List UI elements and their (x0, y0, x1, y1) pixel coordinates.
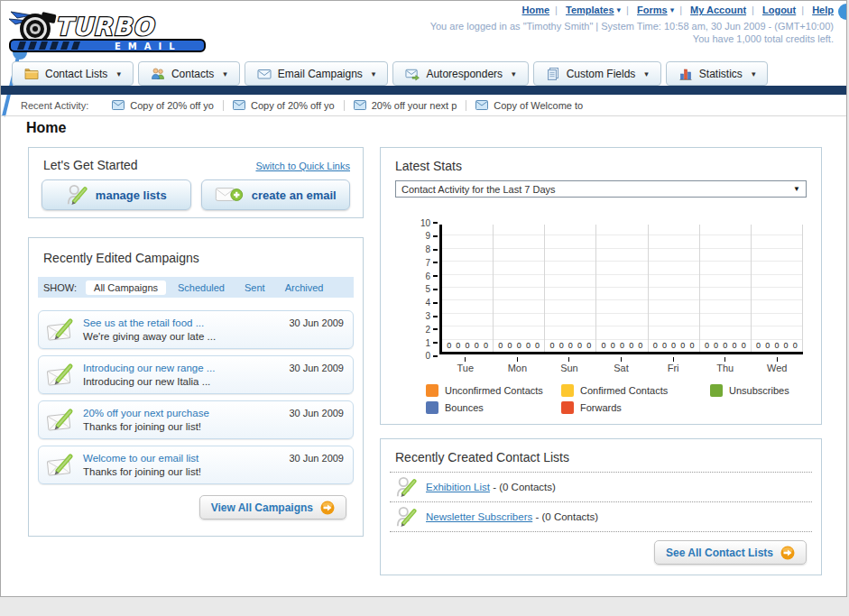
chart-value-label: 0 (723, 341, 727, 350)
arrow-circle-icon (320, 501, 335, 515)
envelope-icon (257, 67, 272, 81)
campaign-filter-tab[interactable]: All Campaigns (86, 280, 166, 295)
chart-y-tick-label: 2 (425, 325, 430, 335)
get-started-title: Let's Get Started (43, 158, 138, 172)
contact-list-item[interactable]: Newsletter Subscribers - (0 Contacts) (390, 501, 812, 532)
latest-stats-title: Latest Stats (395, 159, 807, 173)
campaign-list-item[interactable]: Welcome to our email list Thanks for joi… (38, 446, 354, 484)
campaign-date: 30 Jun 2009 (289, 363, 344, 373)
campaign-title-link[interactable]: Introducing our new range ... (83, 362, 281, 374)
nav-tab-label: Autoresponders (426, 68, 503, 80)
chart-x-tick-label: Sun (560, 363, 578, 373)
campaign-title-link[interactable]: 20% off your next purchase (83, 407, 281, 419)
manage-lists-button[interactable]: manage lists (42, 179, 191, 210)
view-all-campaigns-button[interactable]: View All Campaigns (199, 495, 346, 519)
campaign-list: See us at the retail food ... We're givi… (38, 310, 354, 484)
legend-swatch (561, 401, 574, 414)
nav-link-help[interactable]: Help (812, 5, 834, 15)
chart-y-tick-label: 6 (425, 271, 430, 281)
campaign-filter-tab[interactable]: Scheduled (170, 280, 233, 295)
tab-contacts[interactable]: Contacts ▾ (138, 61, 240, 86)
recent-activity-item-label: Copy of 20% off yo (130, 100, 214, 111)
recent-activity-item[interactable]: Copy of 20% off yo (224, 100, 345, 111)
recent-activity-list: Copy of 20% off yo Copy of 20% off yo 20… (103, 100, 592, 111)
campaign-list-item[interactable]: 20% off your next purchase Thanks for jo… (38, 400, 354, 439)
nav-link-forms[interactable]: Forms (637, 5, 668, 15)
logo-title: TURBO (55, 13, 156, 41)
help-bubble-icon[interactable] (838, 4, 847, 20)
chart-y-tick: 1 (408, 338, 438, 347)
nav-link-logout[interactable]: Logout (762, 5, 796, 15)
campaign-list-item[interactable]: See us at the retail food ... We're givi… (38, 310, 354, 349)
tab-custom-fields[interactable]: Custom Fields ▾ (533, 61, 661, 86)
contact-list-item[interactable]: Exhibition List - (0 Contacts) (390, 472, 812, 501)
campaign-list-item[interactable]: Introducing our new range ... Introducin… (38, 355, 354, 394)
campaign-title-link[interactable]: See us at the retail food ... (83, 317, 281, 329)
top-nav-item: Home (522, 5, 563, 15)
view-all-campaigns-label: View All Campaigns (211, 501, 313, 514)
nav-tab-label: Custom Fields (567, 68, 636, 80)
chart-value-label: 0 (653, 341, 658, 350)
see-all-contact-lists-button[interactable]: See All Contact Lists (654, 540, 807, 565)
chart-y-tick: 0 (408, 352, 438, 361)
recent-activity-item[interactable]: 20% off your next p (345, 100, 467, 111)
chart-x-tick: Tue (439, 357, 492, 373)
tick-mark (433, 316, 438, 317)
campaign-filter-tab[interactable]: Sent (236, 280, 273, 295)
chart-value-label: 0 (484, 341, 488, 350)
contact-list-name-link[interactable]: Newsletter Subscribers (426, 511, 532, 522)
tab-email-campaigns[interactable]: Email Campaigns ▾ (245, 61, 389, 86)
chart-value-label: 0 (689, 341, 694, 350)
nav-tabs: Contact Lists ▾ Contacts ▾ Email Campaig… (12, 61, 768, 86)
chart-value-label: 0 (456, 341, 460, 350)
tab-autoresponders[interactable]: Autoresponders ▾ (392, 61, 528, 86)
campaigns-panel: Recently Edited Campaigns SHOW: All Camp… (28, 237, 364, 537)
chart-x-tick: Sat (595, 357, 648, 373)
chart-value-label: 0 (447, 341, 451, 350)
tick-mark (433, 342, 438, 344)
top-nav-item: Forms▾ (637, 5, 688, 15)
recent-activity-item[interactable]: Copy of 20% off yo (103, 100, 224, 111)
campaign-filter-tab[interactable]: Archived (277, 280, 332, 295)
nav-link-templates[interactable]: Templates (566, 5, 614, 15)
tab-contact-lists[interactable]: Contact Lists ▾ (12, 61, 134, 86)
legend-item: Confirmed Contacts (561, 384, 710, 397)
chart-day-column: 00000 (442, 225, 494, 352)
nav-link-my-account[interactable]: My Account (690, 5, 746, 15)
tab-statistics[interactable]: Statistics ▾ (666, 61, 769, 86)
contact-list-items: Exhibition List - (0 Contacts) Newslette… (390, 472, 812, 532)
legend-item: Bounces (426, 401, 561, 414)
switch-quick-links-link[interactable]: Switch to Quick Links (255, 161, 350, 171)
contact-list-count: - (0 Contacts) (535, 511, 598, 522)
envelope-icon (475, 100, 488, 110)
campaign-subtitle: We're giving away our late ... (83, 331, 216, 342)
chart-day-column: 00000 (545, 225, 596, 352)
legend-label: Unsubscribes (729, 385, 789, 396)
chart-y-tick: 5 (408, 285, 438, 294)
contact-list-name-link[interactable]: Exhibition List (426, 482, 490, 492)
chart-x-tick: Sun (543, 357, 595, 373)
login-info: You are logged in as "Timothy Smith" | S… (430, 20, 834, 45)
chart-y-tick-label: 3 (425, 311, 430, 321)
top-nav-item: My Account (690, 5, 760, 15)
chevron-down-icon: ▾ (644, 69, 649, 78)
nav-tab-label: Contact Lists (45, 68, 107, 80)
nav-link-home[interactable]: Home (522, 5, 550, 15)
chart-x-tick-label: Mon (508, 363, 527, 373)
chart-value-label: 0 (586, 341, 591, 350)
campaign-title-link[interactable]: Welcome to our email list (83, 452, 281, 464)
chart-y-tick-label: 4 (425, 298, 430, 308)
chart-value-label: 0 (475, 341, 479, 350)
arrow-circle-icon (780, 546, 795, 560)
chart-value-label: 0 (498, 341, 503, 350)
tick-mark (433, 235, 438, 237)
stats-period-select[interactable]: Contact Activity for the Last 7 Days ▼ (395, 180, 807, 198)
recent-activity-label: Recent Activity: (21, 100, 88, 111)
legend-item: Forwards (561, 401, 710, 414)
recent-activity-item[interactable]: Copy of Welcome to (466, 100, 592, 111)
envelope-pencil-icon (46, 408, 75, 432)
chart-x-tick-label: Thu (716, 363, 734, 373)
chart-value-label: 0 (535, 341, 540, 350)
create-email-button[interactable]: create an email (201, 179, 351, 210)
campaign-subtitle: Introducing our new Italia ... (83, 376, 210, 387)
